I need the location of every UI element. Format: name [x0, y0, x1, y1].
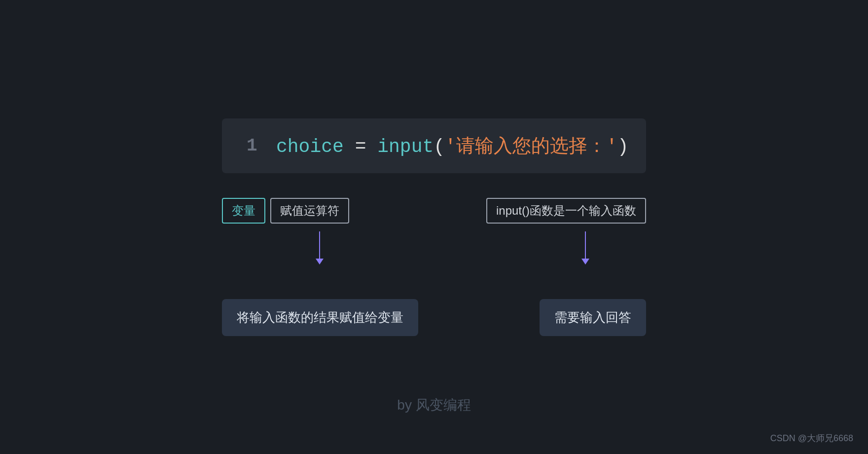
code-paren-close: ) — [617, 136, 629, 157]
arrow-left-head — [316, 259, 324, 265]
top-labels-row: 变量 赋值运算符 input()函数是一个输入函数 — [222, 198, 646, 224]
csdn-watermark: CSDN @大师兄6668 — [770, 432, 853, 444]
code-function: input — [377, 136, 434, 157]
main-content: 1 choice = input('请输入您的选择：') 变量 赋值运算符 in… — [212, 118, 656, 336]
code-line: choice = input('请输入您的选择：') — [276, 133, 629, 158]
code-variable: choice — [276, 136, 344, 157]
code-string: '请输入您的选择：' — [445, 136, 617, 157]
line-number: 1 — [247, 136, 261, 156]
arrow-right-head — [581, 259, 589, 265]
code-operator: = — [344, 136, 377, 157]
desc-left: 将输入函数的结果赋值给变量 — [222, 299, 418, 336]
arrow-right — [581, 231, 589, 265]
annotations-area: 变量 赋值运算符 input()函数是一个输入函数 将输入函数的结果赋值给变量 … — [222, 198, 646, 336]
label-assign: 赋值运算符 — [270, 198, 349, 224]
code-paren-open: ( — [434, 136, 445, 157]
arrow-left — [316, 231, 324, 265]
code-block: 1 choice = input('请输入您的选择：') — [222, 118, 646, 173]
label-input-func: input()函数是一个输入函数 — [486, 198, 646, 224]
label-variable: 变量 — [222, 198, 265, 224]
arrow-right-line — [585, 231, 586, 259]
footer-watermark: by 风变编程 — [397, 396, 470, 415]
desc-right: 需要输入回答 — [540, 299, 646, 336]
arrow-left-line — [319, 231, 320, 259]
